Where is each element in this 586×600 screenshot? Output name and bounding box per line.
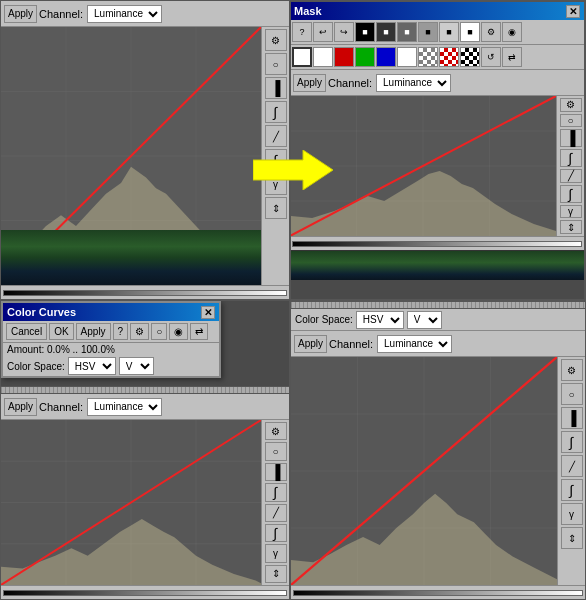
mask-toolbar-row1: ? ↩ ↪ ■ ■ ■ ■ ■ ■ ⚙ ◉ — [290, 20, 584, 45]
circle-btn-tr[interactable]: ○ — [560, 114, 582, 128]
channel-select-br[interactable]: VHS — [407, 311, 442, 329]
channel-label-bl: Channel: — [39, 401, 83, 413]
top-right-panel: Mask ✕ ? ↩ ↪ ■ ■ ■ ■ ■ ■ ⚙ ◉ — [290, 0, 586, 300]
arrows-btn-tl[interactable]: ⇕ — [265, 197, 287, 219]
arrows-btn-tr[interactable]: ⇕ — [560, 220, 582, 234]
curve1-btn-br[interactable]: ∫ — [561, 431, 583, 453]
svg-marker-22 — [1, 519, 261, 585]
curve2-btn-br[interactable]: ∫ — [561, 479, 583, 501]
mask-color-checker[interactable] — [418, 47, 438, 67]
curve-svg-bl — [1, 420, 261, 585]
channel-select-bl[interactable]: LuminanceRedGreenBlue — [87, 398, 162, 416]
bottom-right-chart-area: ⚙ ○ ▐ ∫ ╱ ∫ γ ⇕ — [291, 357, 585, 585]
bottom-right-inner: Color Space: HSVRGBLAB VHS Apply Channel… — [291, 301, 585, 599]
side-panel-bl: ⚙ ○ ▐ ∫ ╱ ∫ γ ⇕ — [261, 420, 289, 585]
mask-tool-6[interactable]: ■ — [397, 22, 417, 42]
mask-close-btn[interactable]: ✕ — [566, 5, 580, 18]
dialog-settings-btn[interactable]: ⚙ — [130, 323, 149, 340]
line-btn-tl[interactable]: ╱ — [265, 125, 287, 147]
gear-btn-tl[interactable]: ⚙ — [265, 29, 287, 51]
line-btn-bl[interactable]: ╱ — [265, 504, 287, 522]
dialog-toolbar: Cancel OK Apply ? ⚙ ○ ◉ ⇄ — [3, 321, 219, 343]
mask-color-1[interactable] — [292, 47, 312, 67]
mask-tool-settings[interactable]: ⚙ — [481, 22, 501, 42]
apply-button-br[interactable]: Apply — [294, 335, 327, 353]
mask-chart-area: ⚙ ○ ▐ ∫ ╱ ∫ γ ⇕ — [290, 96, 584, 236]
gamma-btn-tl[interactable]: γ — [265, 173, 287, 195]
curve2-btn-bl[interactable]: ∫ — [265, 524, 287, 542]
colorspace-select-br[interactable]: HSVRGBLAB — [356, 311, 404, 329]
mask-tool-swap[interactable]: ⇄ — [502, 47, 522, 67]
apply-btn[interactable]: Apply — [76, 323, 111, 340]
mask-tool-9[interactable]: ■ — [460, 22, 480, 42]
slider-track-tr[interactable] — [292, 241, 582, 247]
help-btn[interactable]: ? — [113, 323, 129, 340]
mask-tool-5[interactable]: ■ — [376, 22, 396, 42]
mask-tool-7[interactable]: ■ — [418, 22, 438, 42]
circle-btn-bl[interactable]: ○ — [265, 442, 287, 460]
gear-btn-tr[interactable]: ⚙ — [560, 98, 582, 112]
gamma-btn-bl[interactable]: γ — [265, 544, 287, 562]
circle-btn-tl[interactable]: ○ — [265, 53, 287, 75]
mask-color-green[interactable] — [355, 47, 375, 67]
bottom-right-toolbar: Apply Channel: LuminanceRedGreenBlue — [291, 331, 585, 357]
bottom-slider-bl — [1, 585, 289, 599]
line-btn-br[interactable]: ╱ — [561, 455, 583, 477]
dialog-eye-btn[interactable]: ◉ — [169, 323, 188, 340]
dialog-close-btn[interactable]: ✕ — [201, 306, 215, 319]
cancel-btn[interactable]: Cancel — [6, 323, 47, 340]
mask-color-white[interactable] — [397, 47, 417, 67]
scene-photo-tr — [290, 250, 584, 280]
side-panel-tr: ⚙ ○ ▐ ∫ ╱ ∫ γ ⇕ — [556, 96, 584, 236]
arrows-btn-bl[interactable]: ⇕ — [265, 565, 287, 583]
dialog-circle-btn[interactable]: ○ — [151, 323, 167, 340]
mask-tool-eye[interactable]: ◉ — [502, 22, 522, 42]
mask-color-checker2[interactable] — [439, 47, 459, 67]
bars-btn-br[interactable]: ▐ — [561, 407, 583, 429]
slider-track-br[interactable] — [293, 590, 583, 596]
curve2-btn-tl[interactable]: ∫ — [265, 149, 287, 171]
gamma-btn-br[interactable]: γ — [561, 503, 583, 525]
mask-tool-2[interactable]: ↩ — [313, 22, 333, 42]
gear-btn-br[interactable]: ⚙ — [561, 359, 583, 381]
channel-select-tl[interactable]: Luminance Red Green Blue — [87, 5, 162, 23]
arrows-btn-br[interactable]: ⇕ — [561, 527, 583, 549]
mask-color-3[interactable] — [460, 47, 480, 67]
mask-title-bar: Mask ✕ — [290, 2, 584, 20]
bars-btn-tr[interactable]: ▐ — [560, 129, 582, 147]
curve1-btn-tl[interactable]: ∫ — [265, 101, 287, 123]
mask-tool-4[interactable]: ■ — [355, 22, 375, 42]
apply-button-tr[interactable]: Apply — [293, 74, 326, 92]
gear-btn-bl[interactable]: ⚙ — [265, 422, 287, 440]
gamma-btn-tr[interactable]: γ — [560, 205, 582, 219]
channel-select-tr[interactable]: LuminanceRedGreenBlue — [376, 74, 451, 92]
bars-btn-bl[interactable]: ▐ — [265, 463, 287, 481]
apply-button-bl[interactable]: Apply — [4, 398, 37, 416]
mask-curve-canvas[interactable] — [290, 96, 556, 236]
bars-btn-tl[interactable]: ▐ — [265, 77, 287, 99]
channel-select-br2[interactable]: LuminanceRedGreenBlue — [377, 335, 452, 353]
mask-tool-8[interactable]: ■ — [439, 22, 459, 42]
curve2-btn-tr[interactable]: ∫ — [560, 185, 582, 203]
circle-btn-br[interactable]: ○ — [561, 383, 583, 405]
mask-tool-reset[interactable]: ↺ — [481, 47, 501, 67]
mask-color-2[interactable] — [313, 47, 333, 67]
mask-color-blue[interactable] — [376, 47, 396, 67]
line-btn-tr[interactable]: ╱ — [560, 169, 582, 183]
mask-color-red[interactable] — [334, 47, 354, 67]
mask-tool-3[interactable]: ↪ — [334, 22, 354, 42]
mask-curve-svg — [290, 96, 556, 236]
curve-canvas-br[interactable] — [291, 357, 557, 585]
curve1-btn-tr[interactable]: ∫ — [560, 149, 582, 167]
scene-photo-tl — [1, 230, 261, 285]
dialog-swap-btn[interactable]: ⇄ — [190, 323, 208, 340]
curve1-btn-bl[interactable]: ∫ — [265, 483, 287, 501]
curve-canvas-bl[interactable] — [1, 420, 261, 585]
apply-button-tl[interactable]: Apply — [4, 5, 37, 23]
channel-select-dialog[interactable]: VHS — [119, 357, 154, 375]
mask-tool-1[interactable]: ? — [292, 22, 312, 42]
slider-track-bl[interactable] — [3, 590, 287, 596]
slider-track-tl[interactable] — [3, 290, 287, 296]
colorspace-select[interactable]: HSVRGBLAB — [68, 357, 116, 375]
ok-btn[interactable]: OK — [49, 323, 73, 340]
